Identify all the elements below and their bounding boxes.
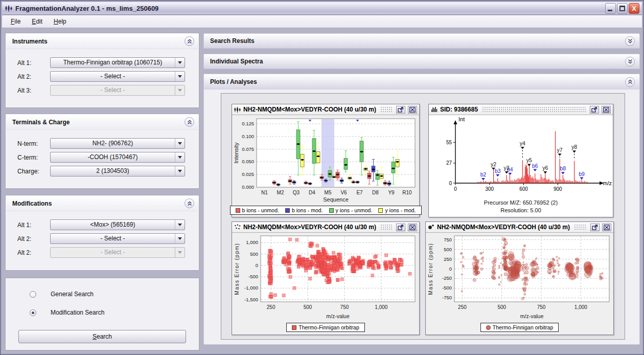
individual-spectra-header[interactable]: Individual Spectra bbox=[203, 54, 640, 69]
search-results-header[interactable]: Search Results bbox=[203, 33, 640, 49]
plots-analyses-panel: Plots / Analyses NH2-NMQDM<Mox>VEDYR-COO… bbox=[203, 74, 640, 345]
modifications-header[interactable]: Modifications bbox=[6, 196, 198, 211]
maximize-icon bbox=[398, 107, 404, 113]
instrument-1-dropdown[interactable]: Thermo-Finnigan orbitrap (1060715) bbox=[50, 57, 185, 68]
legend-item: Thermo-Finnigan orbitrap bbox=[486, 324, 553, 330]
svg-text:y6: y6 bbox=[542, 165, 548, 171]
field-label: Alt 1: bbox=[17, 59, 50, 66]
menu-file[interactable]: File bbox=[5, 16, 26, 27]
chevron-up-icon bbox=[628, 79, 633, 84]
app-icon bbox=[5, 4, 13, 12]
svg-text:y4: y4 bbox=[520, 140, 525, 146]
general-search-option[interactable]: General Search bbox=[6, 289, 198, 299]
detach-button[interactable] bbox=[396, 106, 405, 114]
svg-text:0.050: 0.050 bbox=[242, 159, 254, 164]
legend-label: Thermo-Finnigan orbitrap bbox=[298, 324, 359, 330]
svg-text:Q3: Q3 bbox=[293, 190, 300, 195]
window-title: FragmentationAnalyzer 0.1 - ms_lims_2506… bbox=[15, 5, 605, 12]
drag-grip[interactable] bbox=[574, 224, 586, 231]
box-plot-chart[interactable]: 0.0000.0250.0500.0750.1000.125N1M2Q3D4M5… bbox=[232, 115, 419, 204]
expand-button[interactable] bbox=[625, 36, 635, 46]
cterm-dropdown[interactable]: -COOH (1570467) bbox=[50, 152, 185, 163]
svg-text:750: 750 bbox=[444, 237, 452, 242]
drag-grip[interactable] bbox=[482, 106, 586, 113]
field-label: C-term: bbox=[17, 154, 50, 161]
collapse-button[interactable] bbox=[185, 117, 194, 127]
mass-error-scatter-chart[interactable]: 1,0005000-500-1,000-1,5002505007501,000m… bbox=[232, 233, 419, 320]
plots-analyses-header[interactable]: Plots / Analyses bbox=[204, 74, 639, 90]
collapse-button[interactable] bbox=[625, 77, 635, 87]
frame-title-bar[interactable]: NH2-NMQDM<Mox>VEDYR-COOH (40 u/30 m) bbox=[232, 222, 419, 233]
title-bar[interactable]: FragmentationAnalyzer 0.1 - ms_lims_2506… bbox=[2, 2, 642, 15]
svg-text:b6: b6 bbox=[532, 163, 538, 169]
dropdown-arrow-icon bbox=[175, 72, 185, 81]
detach-button[interactable] bbox=[396, 224, 405, 231]
svg-text:500: 500 bbox=[444, 247, 452, 252]
precursor-mz: Precursor M/Z: 650.76952 (2) bbox=[429, 199, 613, 207]
drag-grip[interactable] bbox=[380, 106, 392, 113]
close-button[interactable]: X bbox=[629, 3, 639, 14]
frame-close-button[interactable] bbox=[408, 106, 417, 114]
frame-close-button[interactable] bbox=[602, 106, 611, 114]
svg-text:0: 0 bbox=[449, 181, 452, 186]
svg-text:y5: y5 bbox=[526, 157, 532, 163]
svg-text:y8: y8 bbox=[571, 144, 577, 150]
detach-button[interactable] bbox=[590, 106, 599, 114]
svg-text:Sequence: Sequence bbox=[323, 196, 349, 203]
collapse-button[interactable] bbox=[185, 198, 194, 208]
drag-grip[interactable] bbox=[380, 224, 392, 231]
dropdown-arrow-icon bbox=[175, 152, 185, 162]
svg-text:y7: y7 bbox=[557, 147, 563, 153]
radio-unselected-icon[interactable] bbox=[30, 291, 36, 298]
svg-text:-500: -500 bbox=[442, 285, 452, 291]
menu-help[interactable]: Help bbox=[48, 16, 72, 27]
svg-text:Y9: Y9 bbox=[388, 190, 395, 195]
legend-item: Thermo-Finnigan orbitrap bbox=[292, 324, 359, 330]
svg-text:500: 500 bbox=[250, 251, 258, 257]
radio-selected-icon[interactable] bbox=[30, 309, 36, 316]
terminal-row: Charge: 2 (1304503) bbox=[6, 164, 198, 178]
svg-text:b9: b9 bbox=[579, 171, 585, 177]
menu-edit[interactable]: Edit bbox=[26, 16, 48, 27]
maximize-button[interactable] bbox=[617, 3, 628, 14]
frame-title-bar[interactable]: NH2-NMQDM<Mox>VEDYR-COOH (40 u/30 m) bbox=[426, 222, 613, 233]
svg-text:0.125: 0.125 bbox=[242, 121, 254, 126]
instrument-2-dropdown[interactable]: - Select - bbox=[50, 71, 185, 82]
detach-button[interactable] bbox=[590, 224, 600, 231]
svg-text:55: 55 bbox=[446, 140, 452, 145]
mass-error-scatter-frame: NH2-NMQDM<Mox>VEDYR-COOH (40 u/30 m) 1,0… bbox=[232, 221, 420, 335]
svg-text:0.025: 0.025 bbox=[242, 171, 254, 177]
svg-text:m/z: m/z bbox=[603, 180, 612, 186]
nterm-dropdown[interactable]: NH2- (906762) bbox=[50, 138, 185, 149]
svg-text:0.000: 0.000 bbox=[242, 184, 254, 190]
box-plot-icon bbox=[234, 106, 241, 113]
instruments-panel: Instruments Alt 1: Thermo-Finnigan orbit… bbox=[6, 33, 199, 107]
svg-text:600: 600 bbox=[519, 186, 528, 192]
minimize-button[interactable] bbox=[605, 3, 616, 14]
legend-item: b ions - unmod. bbox=[236, 207, 279, 213]
frame-close-button[interactable] bbox=[408, 224, 417, 231]
modifications-panel: Modifications Alt 1: <Mox> (565169) Alt … bbox=[6, 195, 199, 270]
charge-dropdown[interactable]: 2 (1304503) bbox=[50, 166, 185, 176]
mass-error-bubble-chart[interactable]: 7505002500-250-500-7502505007501,000m/z-… bbox=[426, 233, 613, 320]
modification-search-option[interactable]: Modification Search bbox=[6, 307, 198, 318]
spectrum-chart[interactable]: Intm/z027550300600900b2y2b3y3b4y4y5b6y6y… bbox=[429, 115, 613, 198]
svg-text:Int: Int bbox=[458, 116, 465, 122]
legend-swatch-icon bbox=[292, 325, 296, 330]
terminals-header[interactable]: Terminals & Charge bbox=[6, 115, 198, 130]
instruments-header[interactable]: Instruments bbox=[6, 34, 198, 49]
modification-1-dropdown[interactable]: <Mox> (565169) bbox=[50, 219, 185, 230]
frame-close-button[interactable] bbox=[602, 224, 611, 231]
frame-title-bar[interactable]: SID: 9386685 bbox=[429, 104, 613, 115]
dropdown-arrow-icon bbox=[175, 166, 185, 176]
frame-title-bar[interactable]: NH2-NMQDM<Mox>VEDYR-COOH (40 u/30 m) bbox=[232, 104, 419, 115]
instrument-row: Alt 2: - Select - bbox=[6, 70, 198, 83]
expand-button[interactable] bbox=[625, 57, 635, 66]
search-button[interactable]: Search bbox=[18, 330, 186, 343]
chevron-up-icon bbox=[187, 39, 192, 44]
svg-text:b4: b4 bbox=[507, 166, 513, 172]
maximize-icon bbox=[592, 225, 598, 230]
plots-desktop: NH2-NMQDM<Mox>VEDYR-COOH (40 u/30 m) 0.0… bbox=[221, 93, 625, 340]
collapse-button[interactable] bbox=[185, 36, 194, 46]
modification-2-dropdown[interactable]: - Select - bbox=[50, 233, 185, 244]
